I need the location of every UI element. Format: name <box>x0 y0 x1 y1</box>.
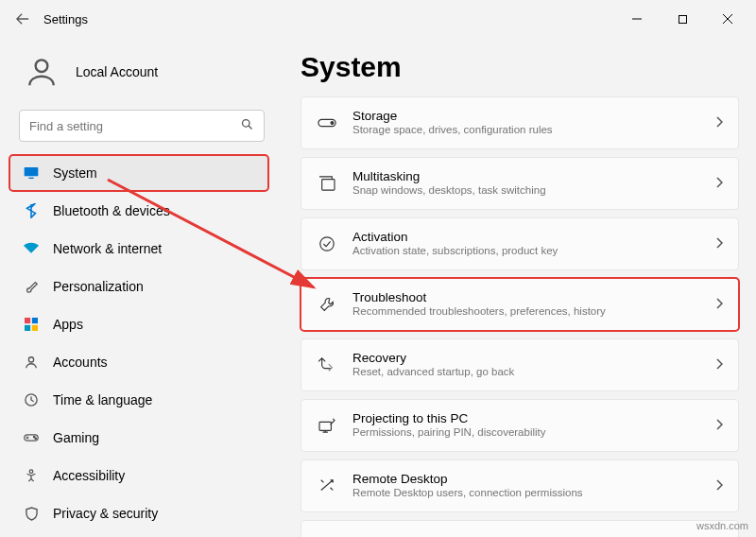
chevron-right-icon <box>715 114 723 131</box>
main-content: System StorageStorage space, drives, con… <box>274 38 756 537</box>
sidebar-item-personalization[interactable]: Personalization <box>9 268 268 304</box>
card-subtitle: Remote Desktop users, connection permiss… <box>352 487 700 500</box>
sidebar-item-label: Accessibility <box>53 468 125 483</box>
back-button[interactable] <box>8 4 38 34</box>
settings-card-multitasking[interactable]: MultitaskingSnap windows, desktops, task… <box>301 157 739 210</box>
settings-card-activation[interactable]: ActivationActivation state, subscription… <box>301 217 739 270</box>
person-icon <box>23 354 40 371</box>
sidebar-item-accessibility[interactable]: Accessibility <box>9 458 268 494</box>
window-title: Settings <box>43 12 88 26</box>
card-title: Recovery <box>352 351 700 366</box>
svg-point-4 <box>36 60 48 72</box>
apps-icon <box>23 316 40 333</box>
close-button[interactable] <box>707 4 748 34</box>
brush-icon <box>23 278 40 295</box>
storage-icon <box>317 118 337 128</box>
wrench-icon <box>317 296 337 313</box>
card-title: Activation <box>352 230 700 245</box>
sidebar-item-apps[interactable]: Apps <box>9 306 268 342</box>
card-title: Projecting to this PC <box>352 411 700 426</box>
maximize-button[interactable] <box>662 4 703 34</box>
project-icon <box>317 418 337 433</box>
recovery-icon <box>317 357 337 372</box>
page-title: System <box>301 51 739 83</box>
accessibility-icon <box>23 467 40 484</box>
avatar-icon <box>21 51 62 93</box>
titlebar: Settings <box>0 0 756 38</box>
sidebar-item-label: Personalization <box>53 279 144 294</box>
settings-card-remote-desktop[interactable]: Remote DesktopRemote Desktop users, conn… <box>301 459 739 512</box>
svg-rect-12 <box>32 325 38 331</box>
minimize-button[interactable] <box>616 4 658 34</box>
card-subtitle: Recommended troubleshooters, preferences… <box>352 305 700 319</box>
settings-card-clipboard[interactable]: Clipboard <box>301 520 739 537</box>
settings-card-troubleshoot[interactable]: TroubleshootRecommended troubleshooters,… <box>301 278 739 331</box>
sidebar-item-label: Accounts <box>53 355 108 370</box>
sidebar-item-windows-update[interactable]: Windows Update <box>9 533 268 537</box>
settings-card-storage[interactable]: StorageStorage space, drives, configurat… <box>301 96 739 149</box>
svg-rect-21 <box>322 180 335 191</box>
svg-rect-10 <box>32 318 38 323</box>
svg-point-18 <box>29 470 33 474</box>
svg-point-16 <box>33 436 35 438</box>
card-title: Troubleshoot <box>352 290 700 305</box>
multitask-icon <box>317 176 337 191</box>
svg-rect-11 <box>25 325 30 331</box>
wifi-icon <box>23 240 40 257</box>
search-box[interactable] <box>19 110 265 142</box>
card-title: Remote Desktop <box>352 472 700 487</box>
card-title: Storage <box>352 109 700 124</box>
account-block[interactable]: Local Account <box>9 45 274 110</box>
shield-icon <box>23 505 40 522</box>
sidebar-item-network-internet[interactable]: Network & internet <box>9 231 268 267</box>
chevron-right-icon <box>715 296 723 313</box>
check-icon <box>317 235 337 252</box>
search-icon <box>240 117 254 135</box>
svg-point-17 <box>35 438 37 440</box>
gamepad-icon <box>23 429 40 446</box>
bluetooth-icon <box>23 202 40 219</box>
sidebar-item-bluetooth-devices[interactable]: Bluetooth & devices <box>9 193 268 229</box>
card-subtitle: Activation state, subscriptions, product… <box>352 245 700 258</box>
sidebar-item-label: Network & internet <box>53 241 162 256</box>
svg-rect-9 <box>25 318 30 323</box>
svg-line-6 <box>249 126 251 129</box>
chevron-right-icon <box>715 417 723 434</box>
svg-point-5 <box>243 119 250 127</box>
settings-card-projecting-to-this-pc[interactable]: Projecting to this PCPermissions, pairin… <box>301 399 739 452</box>
svg-point-13 <box>28 357 33 362</box>
svg-rect-23 <box>319 422 331 430</box>
search-input[interactable] <box>29 119 240 133</box>
sidebar-item-label: Apps <box>53 317 83 332</box>
card-subtitle: Snap windows, desktops, task switching <box>352 184 700 198</box>
sidebar-item-label: Gaming <box>53 430 99 445</box>
chevron-right-icon <box>715 175 723 192</box>
card-subtitle: Reset, advanced startup, go back <box>352 366 700 379</box>
sidebar-item-label: Privacy & security <box>53 506 158 521</box>
svg-point-22 <box>320 237 334 251</box>
remote-icon <box>317 478 337 494</box>
sidebar-item-time-language[interactable]: Time & language <box>9 382 268 418</box>
window-controls <box>616 4 748 34</box>
svg-rect-8 <box>28 178 33 179</box>
monitor-icon <box>23 165 40 182</box>
settings-card-recovery[interactable]: RecoveryReset, advanced startup, go back <box>301 338 739 391</box>
watermark: wsxdn.com <box>696 520 748 531</box>
svg-rect-1 <box>679 15 686 23</box>
svg-point-20 <box>331 122 334 125</box>
chevron-right-icon <box>715 477 723 494</box>
chevron-right-icon <box>715 235 723 252</box>
sidebar-item-label: Time & language <box>53 392 152 407</box>
card-subtitle: Permissions, pairing PIN, discoverabilit… <box>352 426 700 440</box>
clock-icon <box>23 391 40 408</box>
sidebar-item-gaming[interactable]: Gaming <box>9 420 268 456</box>
sidebar-item-system[interactable]: System <box>9 155 268 191</box>
sidebar-item-privacy-security[interactable]: Privacy & security <box>9 495 268 531</box>
sidebar-item-accounts[interactable]: Accounts <box>9 344 268 380</box>
account-name: Local Account <box>76 64 158 79</box>
chevron-right-icon <box>715 356 723 373</box>
svg-rect-7 <box>25 167 39 176</box>
sidebar: Local Account SystemBluetooth & devicesN… <box>0 38 274 537</box>
card-title: Multitasking <box>352 169 700 184</box>
sidebar-item-label: Bluetooth & devices <box>53 203 170 218</box>
